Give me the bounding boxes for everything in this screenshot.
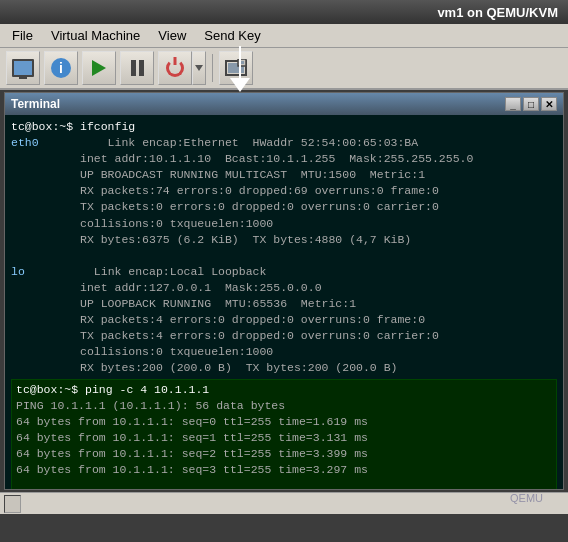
menu-virtual-machine[interactable]: Virtual Machine [43,26,148,45]
terminal-line-lo: lo Link encap:Local Loopback [11,264,557,280]
pause-button[interactable] [120,51,154,85]
power-dropdown-button[interactable] [192,51,206,85]
screenshot-button[interactable] [219,51,253,85]
menu-send-key[interactable]: Send Key [196,26,268,45]
terminal-line-eth0: eth0 Link encap:Ethernet HWaddr 52:54:00… [11,135,557,151]
toolbar-separator [212,54,213,82]
svg-rect-3 [240,61,244,64]
terminal-line-lo-2: inet addr:127.0.0.1 Mask:255.0.0.0 [11,280,557,296]
monitor-icon [12,59,34,77]
terminal-line-ping2: 64 bytes from 10.1.1.1: seq=0 ttl=255 ti… [16,414,552,430]
terminal-line-ping4: 64 bytes from 10.1.1.1: seq=2 ttl=255 ti… [16,446,552,462]
terminal-line-eth0-5: TX packets:0 errors:0 dropped:0 overruns… [11,199,557,215]
screenshot-icon [225,59,247,77]
status-bar: QEMU [0,492,568,514]
terminal-maximize-button[interactable]: □ [523,97,539,111]
terminal-content: tc@box:~$ ifconfig eth0 Link encap:Ether… [5,115,563,489]
run-button[interactable] [82,51,116,85]
window-title: vm1 on QEMU/KVM [437,5,558,20]
terminal-line-eth0-3: UP BROADCAST RUNNING MULTICAST MTU:1500 … [11,167,557,183]
dropdown-arrow-icon [195,65,203,71]
terminal-line-prompt2: tc@box:~$ ping -c 4 10.1.1.1 [16,382,552,398]
terminal-controls: _ □ ✕ [505,97,557,111]
monitor-button[interactable] [6,51,40,85]
terminal-title: Terminal [11,97,60,111]
terminal-minimize-button[interactable]: _ [505,97,521,111]
terminal-line-ping1: PING 10.1.1.1 (10.1.1.1): 56 data bytes [16,398,552,414]
power-button[interactable] [158,51,192,85]
info-icon: i [51,58,71,78]
terminal-line-eth0-7: RX bytes:6375 (6.2 KiB) TX bytes:4880 (4… [11,232,557,248]
status-item-1 [4,495,21,513]
qemu-logo: QEMU [510,488,560,508]
toolbar: i [0,48,568,90]
terminal-close-button[interactable]: ✕ [541,97,557,111]
terminal-line-lo-3: UP LOOPBACK RUNNING MTU:65536 Metric:1 [11,296,557,312]
menu-file[interactable]: File [4,26,41,45]
terminal-line-lo-4: RX packets:4 errors:0 dropped:0 overruns… [11,312,557,328]
pause-icon [131,60,144,76]
window-title-bar: vm1 on QEMU/KVM [0,0,568,24]
terminal-line-eth0-2: inet addr:10.1.1.10 Bcast:10.1.1.255 Mas… [11,151,557,167]
power-icon [166,59,184,77]
play-icon [92,60,106,76]
terminal-line-lo-5: TX packets:4 errors:0 dropped:0 overruns… [11,328,557,344]
terminal-line-blank1 [11,248,557,264]
terminal-line-lo-6: collisions:0 txqueuelen:1000 [11,344,557,360]
svg-text:QEMU: QEMU [510,492,543,504]
terminal-line-eth0-6: collisions:0 txqueuelen:1000 [11,216,557,232]
info-button[interactable]: i [44,51,78,85]
terminal-line-ping5: 64 bytes from 10.1.1.1: seq=3 ttl=255 ti… [16,462,552,478]
terminal-window: Terminal _ □ ✕ tc@box:~$ ifconfig eth0 L… [4,92,564,490]
terminal-line-lo-7: RX bytes:200 (200.0 B) TX bytes:200 (200… [11,360,557,376]
menu-view[interactable]: View [150,26,194,45]
menu-bar: File Virtual Machine View Send Key [0,24,568,48]
ping-section: tc@box:~$ ping -c 4 10.1.1.1 PING 10.1.1… [11,379,557,490]
terminal-line-eth0-4: RX packets:74 errors:0 dropped:69 overru… [11,183,557,199]
terminal-line-blank2 [16,478,552,489]
terminal-line-prompt1: tc@box:~$ ifconfig [11,119,557,135]
terminal-title-bar: Terminal _ □ ✕ [5,93,563,115]
terminal-line-ping3: 64 bytes from 10.1.1.1: seq=1 ttl=255 ti… [16,430,552,446]
